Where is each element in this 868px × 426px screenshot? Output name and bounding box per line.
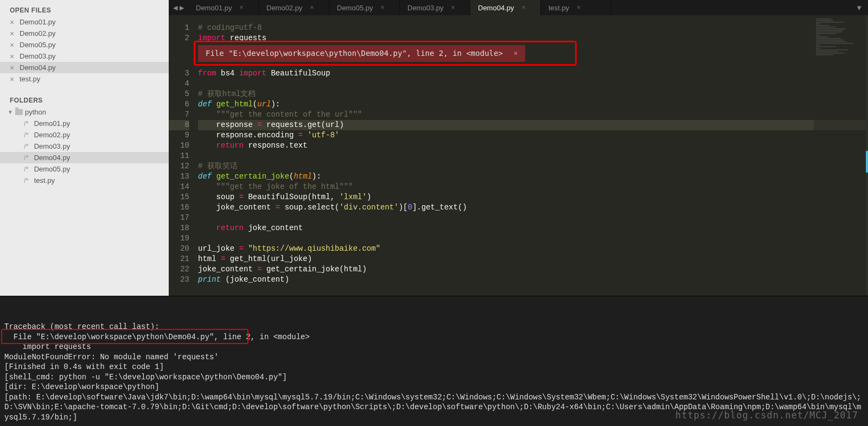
close-icon[interactable]: ×	[10, 53, 16, 60]
folder-file-item[interactable]: /*Demo02.py	[0, 129, 169, 141]
close-icon[interactable]: ×	[10, 41, 16, 49]
editor-tab[interactable]: test.py×	[541, 0, 611, 15]
folder-row-python[interactable]: ▼ python	[0, 106, 169, 118]
open-file-item[interactable]: ×test.py	[0, 73, 169, 85]
code-line[interactable]: joke_content = soup.select('div.content'…	[198, 202, 868, 213]
open-file-item[interactable]: ×Demo03.py	[0, 50, 169, 62]
tab-close-icon[interactable]: ×	[521, 4, 525, 11]
watermark: https://blog.csdn.net/MCJ_2017	[675, 410, 858, 421]
folder-file-item[interactable]: /*Demo04.py	[0, 152, 169, 163]
code-line[interactable]: soup = BeautifulSoup(html, 'lxml')	[198, 192, 868, 202]
code-line[interactable]: # coding=utf-8	[198, 23, 868, 33]
code-line[interactable]: def get_html(url):	[198, 99, 868, 110]
disclosure-icon: ▼	[8, 109, 13, 115]
open-file-name: Demo01.py	[20, 18, 55, 26]
code-line[interactable]	[198, 233, 868, 244]
tab-close-icon[interactable]: ×	[380, 4, 384, 11]
line-number: 21	[169, 254, 189, 264]
folder-file-item[interactable]: /*Demo03.py	[0, 141, 169, 152]
open-file-name: test.py	[20, 75, 40, 83]
open-file-item[interactable]: ×Demo02.py	[0, 28, 169, 39]
folders-header: FOLDERS	[0, 94, 169, 106]
line-number: 6	[169, 99, 189, 110]
code-line[interactable]: response = requests.get(url)	[198, 120, 868, 130]
editor-tab[interactable]: Demo03.py×	[400, 0, 470, 15]
code-line[interactable]: return joke_content	[198, 223, 868, 233]
editor-tab[interactable]: Demo05.py×	[329, 0, 400, 15]
close-icon[interactable]: ×	[10, 30, 16, 37]
line-number: 14	[169, 182, 189, 192]
open-files-header: OPEN FILES	[0, 4, 169, 16]
folder-icon	[15, 109, 23, 115]
line-number: 2	[169, 33, 189, 43]
code-line[interactable]: return response.text	[198, 141, 868, 151]
line-number: 23	[169, 275, 189, 285]
scroll-strip[interactable]	[866, 15, 868, 295]
open-file-name: Demo05.py	[20, 41, 55, 49]
nav-back-icon[interactable]: ◀	[173, 4, 177, 11]
code-editor[interactable]: 1234567891011121314151617181920212223 Fi…	[169, 15, 868, 296]
folder-file-item[interactable]: /*test.py	[0, 175, 169, 186]
open-file-name: Demo04.py	[20, 63, 55, 72]
open-file-item[interactable]: ×Demo05.py	[0, 39, 169, 50]
editor-tab[interactable]: Demo01.py×	[188, 0, 259, 15]
close-icon[interactable]: ×	[10, 18, 16, 26]
line-number: 13	[169, 171, 189, 182]
code-line[interactable]: # 获取html文档	[198, 89, 868, 99]
console-line: Traceback (most recent call last):	[4, 322, 864, 332]
tab-label: Demo05.py	[337, 4, 373, 12]
editor-tab[interactable]: Demo04.py×	[470, 0, 541, 15]
editor-tab[interactable]: Demo02.py×	[259, 0, 329, 15]
inline-error-close-icon[interactable]: ×	[514, 48, 518, 59]
open-file-name: Demo03.py	[20, 52, 55, 60]
tab-close-icon[interactable]: ×	[577, 4, 580, 11]
code-line[interactable]: """get the content of the url"""	[198, 110, 868, 120]
code-line[interactable]: # 获取笑话	[198, 161, 868, 171]
code-line[interactable]	[198, 79, 868, 89]
close-icon[interactable]: ×	[10, 75, 16, 83]
line-number: 5	[169, 89, 189, 99]
code-line[interactable]: url_joke = "https://www.qiushibaike.com"	[198, 244, 868, 254]
console-line: File "E:\develop\workspace\python\Demo04…	[4, 332, 864, 342]
code-line[interactable]: print (joke_content)	[198, 275, 868, 285]
line-number: 12	[169, 161, 189, 171]
editor-area: ◀ ▶ Demo01.py×Demo02.py×Demo05.py×Demo03…	[169, 0, 868, 296]
minimap[interactable]	[814, 15, 868, 295]
build-output-panel[interactable]: Traceback (most recent call last): File …	[0, 296, 868, 426]
code-line[interactable]: """get the joke of the html"""	[198, 182, 868, 192]
code-line[interactable]: from bs4 import BeautifulSoup	[198, 68, 868, 79]
folder-file-item[interactable]: /*Demo05.py	[0, 163, 169, 175]
line-number: 15	[169, 192, 189, 202]
code-line[interactable]	[198, 151, 868, 161]
code-line[interactable]: joke_content = get_certain_joke(html)	[198, 264, 868, 275]
code-line[interactable]: response.encoding = 'utf-8'	[198, 130, 868, 141]
close-icon[interactable]: ×	[10, 64, 16, 72]
code-line[interactable]: import requests	[198, 33, 868, 43]
code-line[interactable]	[198, 213, 868, 223]
tab-label: Demo03.py	[407, 4, 443, 12]
open-file-item[interactable]: ×Demo01.py	[0, 16, 169, 28]
open-file-item[interactable]: ×Demo04.py	[0, 62, 169, 73]
folder-file-name: Demo04.py	[34, 154, 70, 162]
scroll-marker	[866, 151, 868, 173]
code-line[interactable]: def get_certain_joke(html):	[198, 171, 868, 182]
console-line: [Finished in 0.4s with exit code 1]	[4, 362, 864, 372]
tab-close-icon[interactable]: ×	[239, 4, 243, 11]
file-type-prefix: /*	[24, 165, 29, 173]
line-number: 17	[169, 213, 189, 223]
code-content[interactable]: File "E:\develop\workspace\python\Demo04…	[195, 15, 868, 296]
tab-label: test.py	[548, 4, 569, 12]
nav-forward-icon[interactable]: ▶	[180, 4, 184, 11]
line-number: 1	[169, 23, 189, 33]
open-file-name: Demo02.py	[20, 29, 55, 37]
line-number: 11	[169, 151, 189, 161]
folder-file-item[interactable]: /*Demo01.py	[0, 118, 169, 129]
console-line: ModuleNotFoundError: No module named 're…	[4, 352, 864, 363]
line-number: 4	[169, 79, 189, 89]
line-number: 9	[169, 130, 189, 141]
code-line[interactable]: html = get_html(url_joke)	[198, 254, 868, 264]
tab-menu-icon[interactable]: ▼	[850, 0, 868, 15]
tab-close-icon[interactable]: ×	[310, 4, 314, 11]
line-number: 19	[169, 233, 189, 244]
tab-close-icon[interactable]: ×	[451, 4, 455, 11]
